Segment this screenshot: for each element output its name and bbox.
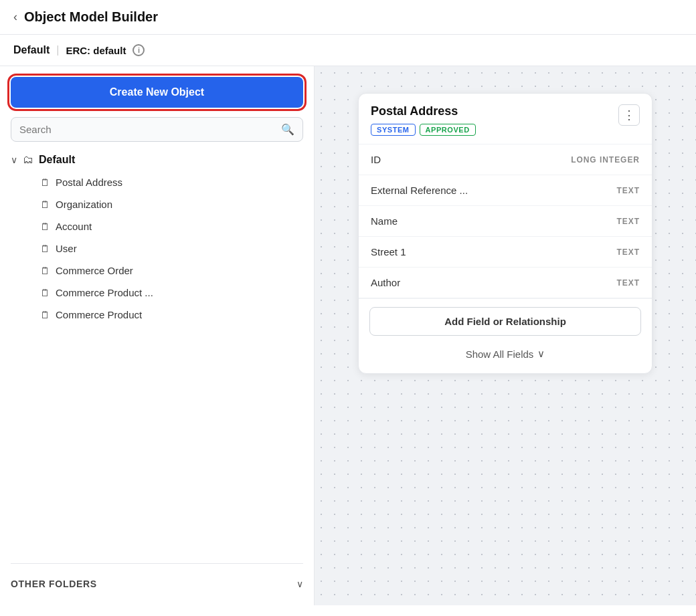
other-folders-label: OTHER FOLDERS bbox=[11, 579, 97, 589]
search-box: 🔍 bbox=[11, 117, 303, 142]
tree-item[interactable]: 🗒 Commerce Order bbox=[35, 261, 303, 280]
field-name: ID bbox=[371, 154, 381, 165]
badge-system: SYSTEM bbox=[371, 124, 416, 136]
object-card: Postal Address SYSTEM APPROVED ⋮ ID LONG… bbox=[358, 93, 652, 374]
canvas: Postal Address SYSTEM APPROVED ⋮ ID LONG… bbox=[315, 66, 696, 605]
card-menu-button[interactable]: ⋮ bbox=[618, 104, 640, 126]
tree-item-label: Postal Address bbox=[56, 177, 122, 188]
table-icon: 🗒 bbox=[40, 287, 50, 298]
tree-items: 🗒 Postal Address 🗒 Organization 🗒 Accoun… bbox=[35, 173, 303, 324]
show-all-fields-button[interactable]: Show All Fields ∨ bbox=[369, 342, 641, 365]
table-icon: 🗒 bbox=[40, 265, 50, 276]
field-row: Name TEXT bbox=[359, 206, 652, 237]
card-header: Postal Address SYSTEM APPROVED ⋮ bbox=[359, 94, 652, 144]
tree-item[interactable]: 🗒 Commerce Product bbox=[35, 305, 303, 324]
create-new-object-button[interactable]: Create New Object bbox=[11, 77, 303, 108]
tree-item-label: Organization bbox=[56, 199, 112, 210]
field-type: TEXT bbox=[616, 278, 640, 288]
tree-item[interactable]: 🗒 Account bbox=[35, 217, 303, 236]
tree-item[interactable]: 🗒 Postal Address bbox=[35, 173, 303, 192]
field-type: TEXT bbox=[616, 186, 640, 195]
add-field-button[interactable]: Add Field or Relationship bbox=[369, 307, 641, 336]
tree-group-header: ∨ 🗂 Default bbox=[11, 154, 303, 166]
table-icon: 🗒 bbox=[40, 309, 50, 320]
field-row: Street 1 TEXT bbox=[359, 237, 652, 268]
tree-item[interactable]: 🗒 Commerce Product ... bbox=[35, 283, 303, 302]
back-icon: ‹ bbox=[13, 10, 17, 24]
field-type: TEXT bbox=[616, 217, 640, 226]
search-icon: 🔍 bbox=[281, 123, 294, 136]
field-type: TEXT bbox=[616, 247, 640, 257]
table-icon: 🗒 bbox=[40, 243, 50, 254]
tree-item-label: Commerce Product ... bbox=[56, 287, 153, 298]
field-name: Author bbox=[371, 277, 400, 288]
search-input[interactable] bbox=[19, 124, 281, 135]
breadcrumb-separator: | bbox=[56, 44, 59, 56]
show-all-chevron-icon: ∨ bbox=[537, 348, 545, 360]
tree-item-label: User bbox=[56, 243, 77, 254]
tree-item[interactable]: 🗒 User bbox=[35, 239, 303, 258]
tree-group-label: Default bbox=[39, 154, 75, 166]
other-folders[interactable]: OTHER FOLDERS ∨ bbox=[11, 573, 303, 595]
breadcrumb-erc: ERC: default bbox=[66, 45, 126, 56]
breadcrumb: Default | ERC: default i bbox=[0, 35, 696, 66]
folder-icon: 🗂 bbox=[23, 154, 33, 166]
card-title: Postal Address bbox=[371, 104, 476, 118]
table-icon: 🗒 bbox=[40, 221, 50, 232]
card-badges: SYSTEM APPROVED bbox=[371, 124, 476, 136]
info-icon[interactable]: i bbox=[133, 44, 145, 56]
sidebar: Create New Object 🔍 ∨ 🗂 Default 🗒 Postal… bbox=[0, 66, 315, 605]
card-fields: ID LONG INTEGER External Reference ... T… bbox=[359, 144, 652, 298]
table-icon: 🗒 bbox=[40, 177, 50, 188]
tree-chevron-icon[interactable]: ∨ bbox=[11, 155, 17, 165]
field-name: External Reference ... bbox=[371, 185, 468, 196]
badge-approved: APPROVED bbox=[420, 124, 476, 136]
breadcrumb-default: Default bbox=[13, 44, 50, 56]
back-button[interactable]: ‹ bbox=[13, 10, 17, 24]
field-row: External Reference ... TEXT bbox=[359, 175, 652, 206]
tree-item-label: Commerce Product bbox=[56, 309, 142, 320]
tree-item-label: Commerce Order bbox=[56, 265, 133, 276]
card-actions: Add Field or Relationship Show All Field… bbox=[359, 298, 652, 373]
field-row: ID LONG INTEGER bbox=[359, 144, 652, 175]
tree-divider bbox=[11, 563, 303, 564]
show-all-label: Show All Fields bbox=[466, 348, 534, 360]
field-name: Name bbox=[371, 215, 398, 227]
page-title: Object Model Builder bbox=[24, 9, 158, 25]
tree-item[interactable]: 🗒 Organization bbox=[35, 195, 303, 214]
header: ‹ Object Model Builder bbox=[0, 0, 696, 35]
field-row: Author TEXT bbox=[359, 268, 652, 298]
table-icon: 🗒 bbox=[40, 199, 50, 210]
card-title-area: Postal Address SYSTEM APPROVED bbox=[371, 104, 476, 136]
field-name: Street 1 bbox=[371, 246, 406, 258]
field-type: LONG INTEGER bbox=[571, 155, 640, 165]
tree-item-label: Account bbox=[56, 221, 92, 232]
main-layout: Create New Object 🔍 ∨ 🗂 Default 🗒 Postal… bbox=[0, 66, 696, 605]
other-folders-chevron-icon: ∨ bbox=[296, 579, 303, 589]
tree-section: ∨ 🗂 Default 🗒 Postal Address 🗒 Organizat… bbox=[11, 154, 303, 554]
